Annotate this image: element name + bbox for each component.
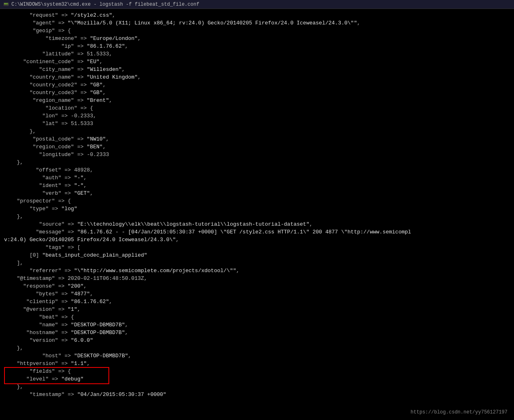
line-25: "prospector" => { [4,197,510,205]
line-29: "message" => "86.1.76.62 - - [04/Jan/201… [4,228,510,236]
line-17: "postal_code" => "NW10", [4,135,510,143]
line-16: }, [4,128,510,135]
line-36: "response" => "200", [4,282,510,290]
line-20: }, [4,158,510,166]
line-45: "host" => "DESKTOP-DBMBD7B", [4,352,510,360]
line-43: "version" => "6.0.0" [4,336,510,344]
line-19: "longitude" => -0.2333 [4,151,510,158]
line-35: "@timestamp" => 2020-02-11T06:48:50.013Z… [4,275,510,282]
line-38: "clientip" => "86.1.76.62", [4,298,510,306]
line-11: "country_code3" => "GB", [4,89,510,97]
line-close-bracket: }, [4,383,510,391]
line-10: "country_code2" => "GB", [4,81,510,89]
line-14: "lon" => -0.2333, [4,112,510,120]
line-15: "lat" => 51.5333 [4,120,510,128]
line-8: "city_name" => "Willesden", [4,66,510,73]
line-21: "offset" => 48928, [4,166,510,174]
line-7: "continent_code" => "EU", [4,58,510,66]
line-23: "ident" => "-", [4,182,510,189]
line-22: "auth" => "-", [4,174,510,182]
line-44: }, [4,344,510,352]
line-32: [0] "beats_input_codec_plain_applied" [4,251,510,259]
line-39: "@version" => "1", [4,306,510,313]
line-4: "timezone" => "Europe/London", [4,35,510,42]
line-40: "beat" => { [4,313,510,321]
line-41: "name" => "DESKTOP-DBMBD7B", [4,321,510,329]
line-42: "hostname" => "DESKTOP-DBMBD7B", [4,329,510,336]
line-2: "agent" => "\"Mozilla/5.0 (X11; Linux x8… [4,19,510,27]
watermark: https://blog.csdn.net/yy756127197 [410,409,507,415]
title-text: C:\WINDOWS\system32\cmd.exe - logstash -… [11,2,199,7]
terminal-content: "request" => "/style2.css", "agent" => "… [0,9,514,420]
line-26: "type" => "log" [4,205,510,213]
line-31: "tags" => [ [4,244,510,251]
line-37: "bytes" => "4877", [4,290,510,298]
fields-line: "fields" => { [4,367,510,375]
line-46: "httpversion" => "1.1", [4,360,510,367]
title-bar: 📟 C:\WINDOWS\system32\cmd.exe - logstash… [0,0,514,9]
line-1: "request" => "/style2.css", [4,11,510,19]
line-33: ], [4,259,510,267]
line-34: "referrer" => "\"http://www.semicomplete… [4,267,510,275]
line-timestamp: "timestamp" => "04/Jan/2015:05:30:37 +00… [4,391,510,398]
line-18: "region_code" => "BEN", [4,143,510,151]
line-28: "source" => "E:\\technology\\elk\\beat\\… [4,220,510,228]
level-line: "level" => "debug" [4,375,510,383]
line-3: "geoip" => { [4,27,510,35]
line-24: "verb" => "GET", [4,189,510,197]
line-6: "latitude" => 51.5333, [4,50,510,58]
line-27: }, [4,213,510,220]
line-30: v:24.0) Gecko/20140205 Firefox/24.0 Icew… [4,236,510,244]
fields-section: "fields" => { "level" => "debug" [4,367,510,383]
line-13: "location" => { [4,104,510,112]
line-12: "region_name" => "Brent", [4,97,510,104]
line-9: "country_name" => "United Kingdom", [4,73,510,81]
line-5: "ip" => "86.1.76.62", [4,42,510,50]
cmd-icon: 📟 [3,2,9,7]
